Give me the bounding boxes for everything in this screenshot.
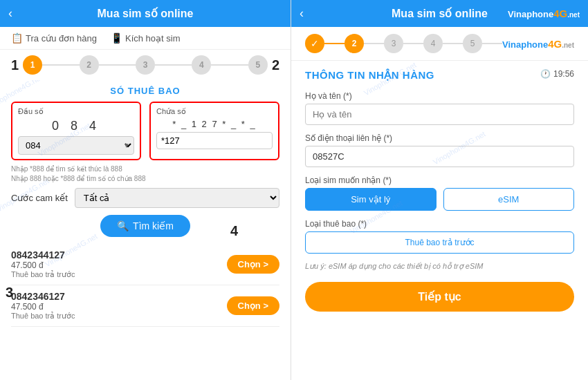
price-1: 47.500 đ	[11, 260, 75, 270]
search-button[interactable]: 🔍 Tìm kiếm	[100, 215, 190, 237]
dau-so-display: 0 8 4	[18, 119, 134, 133]
right-title: Mua sim số online	[392, 7, 488, 20]
clock-icon: 🕐	[540, 69, 551, 79]
dau-so-select[interactable]: 084 085 086	[18, 136, 134, 155]
plan-1: Thuê bao trả trước	[11, 270, 75, 279]
vinaphone-steps-logo: Vinaphone4G.net	[502, 38, 574, 50]
nav-kich-hoat-label: Kích hoạt sim	[125, 33, 181, 44]
result-info-2: 0842346127 47.500 đ Thuê bao trả trước	[11, 291, 75, 321]
phone-number-1: 0842344127	[11, 249, 75, 260]
chua-so-input[interactable]	[156, 132, 273, 149]
chua-so-box: Chứa số * _ 1 2 7 * _ * _	[149, 102, 279, 160]
order-icon: 📋	[11, 32, 23, 44]
step-2: 2	[80, 55, 99, 75]
nav-kich-hoat[interactable]: 📱 Kích hoạt sim	[111, 32, 181, 44]
annotation-4: 4	[230, 223, 238, 239]
right-step-1-check: ✓	[305, 34, 324, 53]
loai-sim-group: Loại sim muốn nhận (*) Sim vật lý eSIM	[305, 175, 574, 211]
note-text: Lưu ý: eSIM áp dụng cho các thiết bị có …	[305, 262, 574, 271]
chon-button-1[interactable]: Chọn >	[227, 255, 279, 274]
right-step-3: 3	[384, 34, 403, 53]
thue-bao-row: Thuê bao trả trước	[305, 231, 574, 254]
so-thue-bao-label: SÓ THUÊ BAO	[11, 86, 279, 96]
section-title: THÔNG TIN NHẬN HÀNG	[305, 69, 434, 82]
tiep-tuc-button[interactable]: Tiếp tục	[305, 282, 574, 312]
search-button-label: Tìm kiếm	[133, 220, 174, 231]
step-1: 1	[23, 55, 42, 75]
sdt-input[interactable]	[305, 146, 574, 167]
annotation-3: 3	[6, 285, 13, 301]
chon-button-2[interactable]: Chọn >	[227, 296, 279, 315]
result-info-1: 0842344127 47.500 đ Thuê bao trả trước	[11, 249, 75, 279]
right-step-line-2	[364, 43, 384, 44]
number-inputs: Đầu số 0 8 4 084 085 086 ▼ Chứa số * _ 1…	[11, 102, 279, 160]
nav-tra-cuu-label: Tra cứu đơn hàng	[26, 33, 97, 44]
result-list: 0842344127 47.500 đ Thuê bao trả trước C…	[11, 244, 279, 327]
ho-ten-input[interactable]	[305, 104, 574, 125]
right-step-line-3	[403, 43, 423, 44]
left-content: Vinophone4G.net Vinophone4G.net Vinophon…	[0, 80, 291, 380]
right-step-4: 4	[423, 34, 443, 53]
step-line-4-5	[211, 64, 248, 66]
chua-so-label: Chứa số	[156, 107, 273, 116]
loai-sim-label: Loại sim muốn nhận (*)	[305, 175, 574, 185]
step-line-3-4	[155, 64, 192, 66]
search-icon: 🔍	[117, 220, 129, 231]
loai-thue-bao-group: Loại thuê bao (*) Thuê bao trả trước	[305, 219, 574, 254]
right-step-line-1	[324, 43, 344, 44]
step-line-2-3	[99, 64, 136, 66]
left-nav: 📋 Tra cứu đơn hàng 📱 Kích hoạt sim	[0, 27, 291, 50]
left-back-button[interactable]: ‹	[8, 6, 12, 21]
sim-icon: 📱	[111, 32, 122, 44]
ho-ten-label: Họ và tên (*)	[305, 91, 574, 101]
annotation-2: 2	[272, 57, 279, 73]
sim-vat-ly-button[interactable]: Sim vật lý	[305, 188, 437, 211]
table-row: 0842346127 47.500 đ Thuê bao trả trước C…	[11, 285, 279, 327]
time-value: 19:56	[553, 69, 574, 79]
right-step-line-5	[482, 43, 502, 44]
cuoc-row: Cước cam kết Tất cả 3	[11, 188, 279, 208]
right-header: ‹ Mua sim số online Vinaphone4G.net	[291, 0, 588, 27]
sdt-label: Số điện thoại liên hệ (*)	[305, 133, 574, 143]
cuoc-select[interactable]: Tất cả	[75, 188, 279, 208]
hint-text: Nhập *888 để tìm số kết thúc là 888 Nhập…	[11, 164, 279, 184]
right-step-line-4	[443, 43, 463, 44]
esim-button[interactable]: eSIM	[443, 188, 575, 211]
phone-number-2: 0842346127	[11, 291, 75, 302]
left-header: ‹ Mua sim số online	[0, 0, 291, 27]
annotation-1: 1	[11, 57, 19, 73]
thue-bao-tra-truoc-button[interactable]: Thuê bao trả trước	[305, 231, 574, 254]
step-line-1-2	[42, 64, 79, 66]
right-steps: ✓ 2 3 4 5 Vinaphone4G.net	[291, 27, 588, 61]
nav-tra-cuu[interactable]: 📋 Tra cứu đơn hàng	[11, 32, 97, 44]
ho-ten-group: Họ và tên (*)	[305, 91, 574, 125]
time-badge: 🕐 19:56	[540, 69, 574, 79]
right-back-button[interactable]: ‹	[300, 6, 304, 21]
table-row: 0842344127 47.500 đ Thuê bao trả trước C…	[11, 244, 279, 285]
sim-type-row: Sim vật lý eSIM	[305, 188, 574, 211]
sdt-group: Số điện thoại liên hệ (*)	[305, 133, 574, 167]
right-content: Vinophone4G.net Vinophone4G.net Vinophon…	[291, 61, 588, 380]
vinaphone-logo: Vinaphone4G.net	[508, 8, 580, 19]
step-4: 4	[192, 55, 211, 75]
right-step-2: 2	[344, 34, 364, 53]
right-step-5: 5	[463, 34, 482, 53]
plan-2: Thuê bao trả trước	[11, 312, 75, 321]
left-title: Mua sim số online	[98, 7, 194, 20]
price-2: 47.500 đ	[11, 302, 75, 312]
cuoc-label: Cước cam kết	[11, 193, 68, 203]
step-5: 5	[248, 55, 268, 75]
chua-so-display: * _ 1 2 7 * _ * _	[156, 119, 273, 129]
dau-so-label: Đầu số	[18, 107, 134, 116]
loai-thue-bao-label: Loại thuê bao (*)	[305, 219, 574, 229]
step-3: 3	[136, 55, 155, 75]
dau-so-box: Đầu số 0 8 4 084 085 086 ▼	[11, 102, 141, 160]
